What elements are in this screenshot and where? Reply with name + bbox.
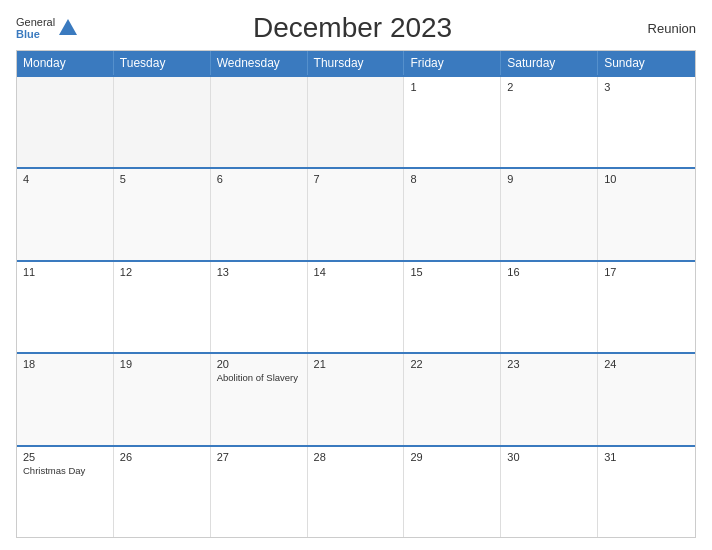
day-cell-1-6: 10 [598,169,695,259]
day-cell-4-5: 30 [501,447,598,537]
day-cell-4-1: 26 [114,447,211,537]
header-thursday: Thursday [308,51,405,75]
day-number: 12 [120,266,204,278]
region-label: Reunion [626,21,696,36]
day-number: 18 [23,358,107,370]
day-number: 27 [217,451,301,463]
day-number: 21 [314,358,398,370]
day-cell-4-2: 27 [211,447,308,537]
logo-blue-text: Blue [16,28,55,40]
day-cell-1-1: 5 [114,169,211,259]
day-event: Christmas Day [23,465,107,476]
day-cell-3-6: 24 [598,354,695,444]
day-number: 17 [604,266,689,278]
header-tuesday: Tuesday [114,51,211,75]
day-cell-3-2: 20Abolition of Slavery [211,354,308,444]
day-number: 16 [507,266,591,278]
header-wednesday: Wednesday [211,51,308,75]
day-cell-2-4: 15 [404,262,501,352]
day-cell-2-5: 16 [501,262,598,352]
day-number: 10 [604,173,689,185]
day-number: 19 [120,358,204,370]
day-number: 5 [120,173,204,185]
day-event: Abolition of Slavery [217,372,301,383]
day-cell-3-0: 18 [17,354,114,444]
day-cell-4-3: 28 [308,447,405,537]
day-number: 31 [604,451,689,463]
day-cell-1-5: 9 [501,169,598,259]
header-sunday: Sunday [598,51,695,75]
day-cell-2-0: 11 [17,262,114,352]
day-number: 15 [410,266,494,278]
day-number: 22 [410,358,494,370]
day-number: 25 [23,451,107,463]
day-number: 29 [410,451,494,463]
day-number: 13 [217,266,301,278]
header-monday: Monday [17,51,114,75]
weeks-container: 1234567891011121314151617181920Abolition… [17,75,695,537]
header-friday: Friday [404,51,501,75]
day-number: 6 [217,173,301,185]
day-number: 28 [314,451,398,463]
day-cell-0-0 [17,77,114,167]
day-cell-2-2: 13 [211,262,308,352]
calendar-page: General Blue December 2023 Reunion Monda… [0,0,712,550]
calendar-header: General Blue December 2023 Reunion [16,12,696,44]
logo: General Blue [16,16,79,40]
day-number: 23 [507,358,591,370]
day-number: 1 [410,81,494,93]
day-cell-2-6: 17 [598,262,695,352]
day-cell-4-6: 31 [598,447,695,537]
day-cell-4-4: 29 [404,447,501,537]
day-cell-1-4: 8 [404,169,501,259]
day-cell-0-3 [308,77,405,167]
day-number: 30 [507,451,591,463]
week-row-1: 123 [17,75,695,167]
month-title: December 2023 [79,12,626,44]
day-number: 9 [507,173,591,185]
day-number: 26 [120,451,204,463]
day-headers: Monday Tuesday Wednesday Thursday Friday… [17,51,695,75]
day-cell-1-0: 4 [17,169,114,259]
day-cell-0-5: 2 [501,77,598,167]
day-number: 20 [217,358,301,370]
day-cell-3-1: 19 [114,354,211,444]
day-number: 8 [410,173,494,185]
day-cell-2-1: 12 [114,262,211,352]
week-row-5: 25Christmas Day262728293031 [17,445,695,537]
day-number: 7 [314,173,398,185]
day-cell-2-3: 14 [308,262,405,352]
day-cell-4-0: 25Christmas Day [17,447,114,537]
day-number: 24 [604,358,689,370]
week-row-2: 45678910 [17,167,695,259]
day-cell-0-2 [211,77,308,167]
day-cell-0-4: 1 [404,77,501,167]
day-number: 14 [314,266,398,278]
day-number: 3 [604,81,689,93]
day-cell-1-2: 6 [211,169,308,259]
day-number: 2 [507,81,591,93]
day-cell-3-4: 22 [404,354,501,444]
svg-marker-0 [59,19,77,35]
day-number: 4 [23,173,107,185]
day-number: 11 [23,266,107,278]
logo-general-text: General [16,16,55,28]
logo-icon [57,17,79,39]
week-row-4: 181920Abolition of Slavery21222324 [17,352,695,444]
calendar-grid: Monday Tuesday Wednesday Thursday Friday… [16,50,696,538]
week-row-3: 11121314151617 [17,260,695,352]
day-cell-1-3: 7 [308,169,405,259]
day-cell-0-1 [114,77,211,167]
header-saturday: Saturday [501,51,598,75]
day-cell-3-5: 23 [501,354,598,444]
day-cell-0-6: 3 [598,77,695,167]
day-cell-3-3: 21 [308,354,405,444]
